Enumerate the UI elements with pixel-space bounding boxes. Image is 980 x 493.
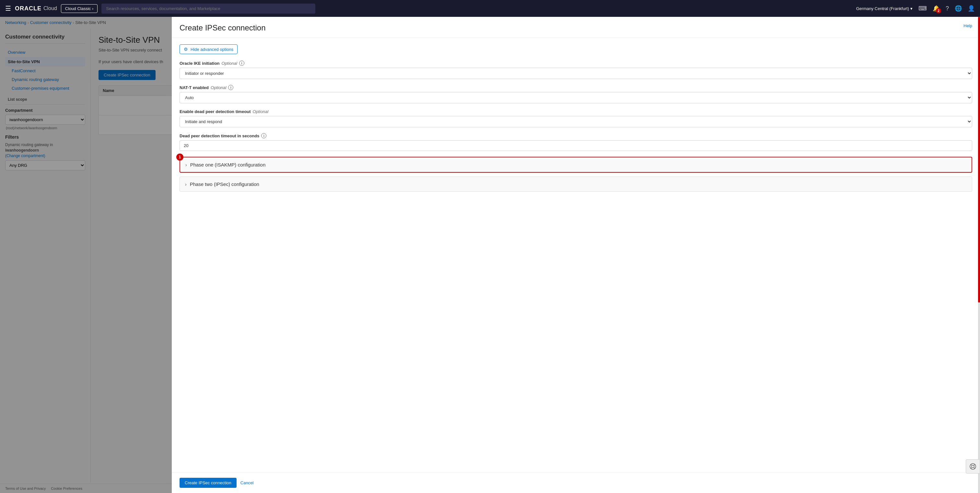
settings-icon: ⚙	[184, 47, 188, 52]
nat-t-info-icon[interactable]: i	[228, 85, 233, 90]
ike-initiation-select[interactable]: Initiator or responder	[180, 68, 972, 79]
phase-one-header[interactable]: › Phase one (ISAKMP) configuration	[180, 157, 972, 172]
region-selector[interactable]: Germany Central (Frankfurt) ▾	[856, 6, 913, 11]
oracle-logo: ORACLE Cloud	[15, 5, 57, 12]
phase-one-badge: 1	[176, 154, 183, 161]
phase-one-section[interactable]: › Phase one (ISAKMP) configuration	[180, 157, 972, 173]
phase-two-header[interactable]: › Phase two (IPSec) configuration	[180, 177, 972, 192]
dpd-optional: Optional	[253, 109, 268, 114]
modal-footer: Create IPSec connection Cancel	[172, 472, 980, 493]
nat-t-optional: Optional	[211, 85, 226, 90]
nat-t-group: NAT-T enabled Optional i Auto	[180, 85, 972, 103]
ike-optional: Optional	[222, 61, 237, 66]
cloud-text: Cloud	[43, 5, 57, 11]
bell-icon-wrapper[interactable]: 🔔 2	[933, 5, 940, 12]
terminal-icon[interactable]: ⌨	[918, 5, 927, 12]
modal-cancel-button[interactable]: Cancel	[240, 480, 253, 485]
modal-help-link[interactable]: Help	[964, 23, 972, 28]
nav-right: Germany Central (Frankfurt) ▾ ⌨ 🔔 2 ? 🌐 …	[856, 5, 975, 12]
cloud-classic-button[interactable]: Cloud Classic ›	[61, 4, 97, 13]
hide-advanced-options-button[interactable]: ⚙ Hide advanced options	[180, 44, 237, 54]
scroll-indicator[interactable]	[978, 17, 980, 493]
dead-peer-timeout-input[interactable]	[180, 140, 972, 151]
phase-two-label: Phase two (IPSec) configuration	[190, 181, 259, 187]
region-label: Germany Central (Frankfurt)	[856, 6, 909, 11]
globe-icon[interactable]: 🌐	[955, 5, 962, 12]
dead-peer-timeout-group: Dead peer detection timeout in seconds i	[180, 133, 972, 151]
phase-one-wrapper: 1 › Phase one (ISAKMP) configuration	[180, 157, 972, 173]
phase-two-section[interactable]: › Phase two (IPSec) configuration	[180, 176, 972, 192]
dead-peer-detection-label: Enable dead peer detection timeout Optio…	[180, 109, 972, 114]
hamburger-menu[interactable]: ☰	[5, 5, 11, 12]
nat-t-label: NAT-T enabled Optional i	[180, 85, 972, 90]
modal-overlay: Create IPSec connection Help ⚙ Hide adva…	[0, 17, 980, 493]
svg-line-4	[974, 464, 975, 465]
dpd-timeout-info-icon[interactable]: i	[261, 133, 266, 138]
modal-title: Create IPSec connection	[180, 23, 266, 32]
svg-line-5	[971, 468, 972, 468]
phase-one-chevron-icon: ›	[185, 162, 187, 168]
phase-one-badge-container: 1	[176, 154, 183, 161]
ike-initiation-group: Oracle IKE initiation Optional i Initiat…	[180, 60, 972, 79]
dead-peer-detection-group: Enable dead peer detection timeout Optio…	[180, 109, 972, 127]
modal-header: Create IPSec connection Help	[172, 17, 980, 38]
phase-one-label: Phase one (ISAKMP) configuration	[190, 162, 266, 168]
phase-two-chevron-icon: ›	[185, 182, 187, 187]
svg-point-1	[972, 465, 974, 468]
modal-body[interactable]: ⚙ Hide advanced options Oracle IKE initi…	[172, 38, 980, 472]
support-svg	[969, 463, 977, 470]
region-chevron-icon: ▾	[910, 6, 913, 11]
oracle-text: ORACLE	[15, 5, 41, 12]
support-icon[interactable]	[966, 459, 980, 474]
svg-line-3	[974, 468, 975, 468]
svg-line-2	[971, 464, 972, 465]
dead-peer-detection-select[interactable]: Initiate and respond	[180, 116, 972, 127]
nat-t-select[interactable]: Auto	[180, 92, 972, 103]
advanced-options-label: Hide advanced options	[191, 47, 233, 52]
top-navigation: ☰ ORACLE Cloud Cloud Classic › Germany C…	[0, 0, 980, 17]
user-avatar[interactable]: 👤	[968, 5, 975, 12]
scroll-thumb	[978, 17, 980, 303]
ike-initiation-label: Oracle IKE initiation Optional i	[180, 60, 972, 66]
modal-panel: Create IPSec connection Help ⚙ Hide adva…	[172, 17, 980, 493]
svg-point-0	[970, 463, 976, 469]
ike-info-icon[interactable]: i	[239, 60, 244, 66]
search-input[interactable]	[102, 3, 315, 14]
modal-create-button[interactable]: Create IPSec connection	[180, 478, 237, 488]
notification-badge: 2	[936, 8, 941, 13]
dead-peer-timeout-label: Dead peer detection timeout in seconds i	[180, 133, 972, 138]
help-icon[interactable]: ?	[946, 5, 949, 12]
